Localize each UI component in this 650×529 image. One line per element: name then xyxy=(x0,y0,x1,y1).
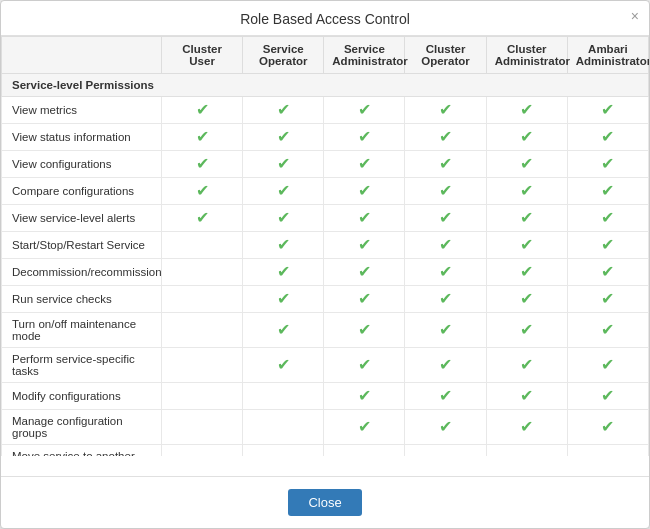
checkmark-icon: ✔ xyxy=(277,209,290,226)
checkmark-icon: ✔ xyxy=(277,263,290,280)
row-cell xyxy=(162,383,243,410)
checkmark-icon: ✔ xyxy=(277,128,290,145)
checkmark-icon: ✔ xyxy=(358,290,371,307)
checkmark-icon: ✔ xyxy=(358,155,371,172)
row-label: Start/Stop/Restart Service xyxy=(2,232,162,259)
table-row: View configurations✔✔✔✔✔✔ xyxy=(2,151,649,178)
row-label: Manage configuration groups xyxy=(2,410,162,445)
checkmark-icon: ✔ xyxy=(439,321,452,338)
row-cell: ✔ xyxy=(243,259,324,286)
row-cell: ✔ xyxy=(324,124,405,151)
close-button[interactable]: Close xyxy=(288,489,361,516)
row-cell: ✔ xyxy=(405,232,486,259)
modal-header: Role Based Access Control × xyxy=(1,1,649,36)
checkmark-icon: ✔ xyxy=(439,101,452,118)
row-label: View status information xyxy=(2,124,162,151)
row-cell: ✔ xyxy=(405,410,486,445)
checkmark-icon: ✔ xyxy=(358,387,371,404)
row-cell: ✔ xyxy=(243,348,324,383)
row-cell: ✔ xyxy=(405,286,486,313)
checkmark-icon: ✔ xyxy=(520,236,533,253)
row-cell: ✔ xyxy=(405,124,486,151)
row-cell: ✔ xyxy=(486,348,567,383)
table-wrapper: Cluster User Service Operator Service Ad… xyxy=(1,36,649,456)
row-cell: ✔ xyxy=(405,97,486,124)
table-row: Perform service-specific tasks✔✔✔✔✔ xyxy=(2,348,649,383)
table-header-row: Cluster User Service Operator Service Ad… xyxy=(2,37,649,74)
checkmark-icon: ✔ xyxy=(439,263,452,280)
col-header-service-operator: Service Operator xyxy=(243,37,324,74)
row-cell: ✔ xyxy=(324,205,405,232)
row-cell: ✔ xyxy=(243,313,324,348)
row-cell: ✔ xyxy=(243,97,324,124)
checkmark-icon: ✔ xyxy=(520,263,533,280)
checkmark-icon: ✔ xyxy=(520,101,533,118)
table-row: Turn on/off maintenance mode✔✔✔✔✔ xyxy=(2,313,649,348)
checkmark-icon: ✔ xyxy=(358,182,371,199)
checkmark-icon: ✔ xyxy=(601,263,614,280)
checkmark-icon: ✔ xyxy=(601,321,614,338)
row-cell: ✔ xyxy=(486,205,567,232)
checkmark-icon: ✔ xyxy=(358,128,371,145)
row-cell: ✔ xyxy=(324,410,405,445)
permissions-table: Cluster User Service Operator Service Ad… xyxy=(1,36,649,456)
row-cell: ✔ xyxy=(486,383,567,410)
row-cell: ✔ xyxy=(324,151,405,178)
table-row: Run service checks✔✔✔✔✔ xyxy=(2,286,649,313)
row-cell xyxy=(243,445,324,457)
checkmark-icon: ✔ xyxy=(277,356,290,373)
row-cell: ✔ xyxy=(405,205,486,232)
checkmark-icon: ✔ xyxy=(439,418,452,435)
checkmark-icon: ✔ xyxy=(520,387,533,404)
row-cell: ✔ xyxy=(567,383,648,410)
checkmark-icon: ✔ xyxy=(520,418,533,435)
row-label: View service-level alerts xyxy=(2,205,162,232)
checkmark-icon: ✔ xyxy=(277,155,290,172)
table-row: Modify configurations✔✔✔✔ xyxy=(2,383,649,410)
checkmark-icon: ✔ xyxy=(439,182,452,199)
close-x-button[interactable]: × xyxy=(631,9,639,23)
row-cell: ✔ xyxy=(324,286,405,313)
checkmark-icon: ✔ xyxy=(601,418,614,435)
row-label: View metrics xyxy=(2,97,162,124)
row-cell: ✔ xyxy=(324,313,405,348)
table-row: Start/Stop/Restart Service✔✔✔✔✔ xyxy=(2,232,649,259)
row-cell: ✔ xyxy=(486,124,567,151)
row-cell: ✔ xyxy=(324,97,405,124)
row-cell xyxy=(162,410,243,445)
checkmark-icon: ✔ xyxy=(277,321,290,338)
col-header-cluster-administrator: Cluster Administrator xyxy=(486,37,567,74)
row-cell: ✔ xyxy=(324,232,405,259)
row-cell: ✔ xyxy=(162,205,243,232)
checkmark-icon: ✔ xyxy=(520,356,533,373)
table-row: Manage configuration groups✔✔✔✔ xyxy=(2,410,649,445)
row-cell: ✔ xyxy=(567,151,648,178)
table-row: View service-level alerts✔✔✔✔✔✔ xyxy=(2,205,649,232)
row-cell: ✔ xyxy=(243,286,324,313)
checkmark-icon: ✔ xyxy=(601,453,614,456)
row-cell: ✔ xyxy=(567,178,648,205)
checkmark-icon: ✔ xyxy=(358,263,371,280)
checkmark-icon: ✔ xyxy=(277,236,290,253)
table-row: Decommission/recommission✔✔✔✔✔ xyxy=(2,259,649,286)
section-header-row: Service-level Permissions xyxy=(2,74,649,97)
row-cell xyxy=(243,410,324,445)
row-cell: ✔ xyxy=(405,383,486,410)
checkmark-icon: ✔ xyxy=(358,356,371,373)
row-cell: ✔ xyxy=(486,259,567,286)
row-label: Turn on/off maintenance mode xyxy=(2,313,162,348)
row-label: Run service checks xyxy=(2,286,162,313)
row-cell: ✔ xyxy=(243,205,324,232)
table-row: Move service to another host✔✔✔ xyxy=(2,445,649,457)
table-row: Compare configurations✔✔✔✔✔✔ xyxy=(2,178,649,205)
row-cell: ✔ xyxy=(162,178,243,205)
row-cell xyxy=(162,313,243,348)
modal-container: Role Based Access Control × Cluster User… xyxy=(0,0,650,529)
row-cell: ✔ xyxy=(405,151,486,178)
row-cell: ✔ xyxy=(243,151,324,178)
row-cell: ✔ xyxy=(486,232,567,259)
row-cell: ✔ xyxy=(243,124,324,151)
checkmark-icon: ✔ xyxy=(277,101,290,118)
checkmark-icon: ✔ xyxy=(601,128,614,145)
checkmark-icon: ✔ xyxy=(439,128,452,145)
